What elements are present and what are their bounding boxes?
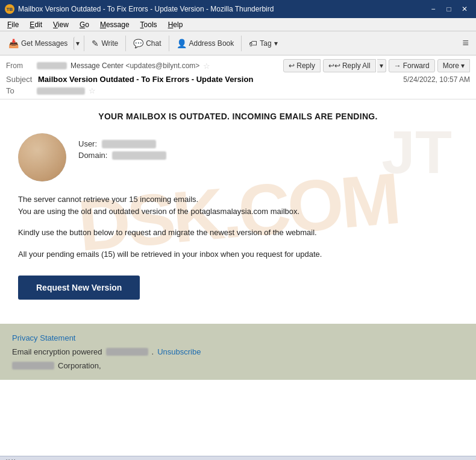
footer-encryption-row: Email encryption powered . Unsubscribe (12, 347, 464, 356)
menu-button[interactable]: ≡ (459, 37, 472, 49)
reply-icon: ↩ (289, 61, 295, 70)
from-name-blurred (37, 62, 67, 69)
menu-help[interactable]: Help (163, 19, 188, 30)
menu-message[interactable]: Message (95, 19, 134, 30)
forward-button[interactable]: → Forward (389, 59, 435, 72)
title-bar: TB Mailbox Version Outdated - To Fix Err… (0, 0, 476, 18)
chat-button[interactable]: 💬 Chat (128, 36, 166, 51)
email-content: YOUR MAILBOX IS OUTDATED. INCOMING EMAIL… (18, 112, 458, 312)
footer-corp-blurred (12, 362, 54, 370)
from-display: Message Center <updates@bilynt.com> (70, 61, 199, 70)
email-body-wrapper: DSK.COM JT YOUR MAILBOX IS OUTDATED. INC… (0, 99, 476, 456)
wifi-status: ((·)) (5, 458, 16, 461)
from-label: From (6, 61, 33, 70)
footer-corp-row: Corporation, (12, 361, 464, 370)
separator-1 (84, 36, 84, 51)
email-para-2: Kindly use the button below to request a… (18, 227, 458, 239)
email-actions: ↩ Reply ↩↩ Reply All ▾ → Forward More ▾ (283, 59, 470, 72)
get-messages-button[interactable]: 📥 Get Messages (4, 36, 72, 51)
subject-section: Subject Mailbox Version Outdated - To Fi… (6, 75, 253, 84)
privacy-statement-link[interactable]: Privacy Statement (12, 333, 76, 342)
reply-button[interactable]: ↩ Reply (283, 59, 321, 72)
status-bar: ((·)) (0, 456, 476, 460)
to-star-icon[interactable]: ☆ (89, 86, 96, 95)
user-details: User: Domain: (78, 133, 166, 162)
tag-icon: 🏷 (249, 39, 257, 48)
separator-3 (169, 36, 169, 51)
user-value-blurred (102, 140, 156, 148)
forward-icon: → (394, 61, 401, 70)
get-messages-icon: 📥 (8, 39, 19, 48)
maximize-button[interactable]: □ (442, 4, 456, 14)
email-para-1: The server cannot retrieve your 15 incom… (18, 194, 458, 217)
privacy-link-container: Privacy Statement (12, 333, 464, 342)
domain-label: Domain: (78, 151, 107, 160)
reply-all-icon: ↩↩ (328, 61, 340, 70)
address-book-icon: 👤 (177, 39, 187, 48)
from-star-icon[interactable]: ☆ (203, 61, 210, 71)
title-bar-controls: − □ ✕ (427, 4, 471, 14)
menu-edit[interactable]: Edit (25, 19, 47, 30)
email-subject: Mailbox Version Outdated - To Fix Errors… (38, 75, 253, 84)
user-label: User: (78, 139, 97, 148)
get-messages-dropdown[interactable]: ▾ (74, 37, 81, 50)
subject-label: Subject (6, 75, 32, 84)
toolbar: 📥 Get Messages ▾ ✎ Write 💬 Chat 👤 Addres… (0, 31, 476, 55)
subject-row: Subject Mailbox Version Outdated - To Fi… (6, 74, 470, 85)
address-book-button[interactable]: 👤 Address Book (172, 36, 239, 51)
to-blurred (37, 87, 85, 95)
chat-icon: 💬 (133, 39, 143, 48)
window-title: Mailbox Version Outdated - To Fix Errors… (18, 5, 274, 13)
email-footer: Privacy Statement Email encryption power… (0, 324, 476, 380)
reply-all-dropdown[interactable]: ▾ (377, 59, 386, 72)
avatar-image (18, 133, 66, 181)
write-icon: ✎ (92, 39, 99, 48)
from-row: From Message Center <updates@bilynt.com>… (6, 58, 470, 74)
from-info: From Message Center <updates@bilynt.com>… (6, 61, 210, 71)
to-label: To (6, 86, 33, 95)
email-headline: YOUR MAILBOX IS OUTDATED. INCOMING EMAIL… (18, 112, 458, 121)
write-button[interactable]: ✎ Write (87, 36, 123, 51)
user-row: User: (78, 139, 166, 148)
title-bar-left: TB Mailbox Version Outdated - To Fix Err… (5, 4, 274, 14)
menu-bar: File Edit View Go Message Tools Help (0, 18, 476, 31)
separator-2 (125, 36, 126, 51)
more-button[interactable]: More ▾ (437, 59, 470, 72)
request-new-version-button[interactable]: Request New Version (18, 276, 140, 300)
wifi-icon: ((·)) (5, 458, 16, 461)
reply-all-button[interactable]: ↩↩ Reply All (323, 59, 376, 72)
menu-view[interactable]: View (48, 19, 74, 30)
tag-button[interactable]: 🏷 Tag ▾ (244, 36, 282, 51)
app-icon: TB (5, 4, 14, 14)
email-para-3: All your pending emails (15) will be ret… (18, 248, 458, 260)
unsubscribe-link[interactable]: Unsubscribe (157, 347, 201, 356)
menu-go[interactable]: Go (75, 19, 94, 30)
email-header: From Message Center <updates@bilynt.com>… (0, 55, 476, 99)
separator-4 (241, 36, 242, 51)
more-dropdown-icon: ▾ (461, 61, 465, 70)
email-date: 5/24/2022, 10:57 AM (403, 75, 470, 84)
avatar (18, 133, 66, 181)
to-row: To ☆ (6, 85, 470, 96)
minimize-button[interactable]: − (427, 4, 440, 14)
domain-value-blurred (112, 151, 166, 160)
menu-tools[interactable]: Tools (136, 19, 162, 30)
user-info-section: User: Domain: (18, 133, 458, 181)
footer-brand-blurred (106, 348, 148, 356)
close-button[interactable]: ✕ (458, 4, 471, 14)
menu-file[interactable]: File (2, 19, 23, 30)
email-body: DSK.COM JT YOUR MAILBOX IS OUTDATED. INC… (0, 99, 476, 324)
domain-row: Domain: (78, 151, 166, 160)
